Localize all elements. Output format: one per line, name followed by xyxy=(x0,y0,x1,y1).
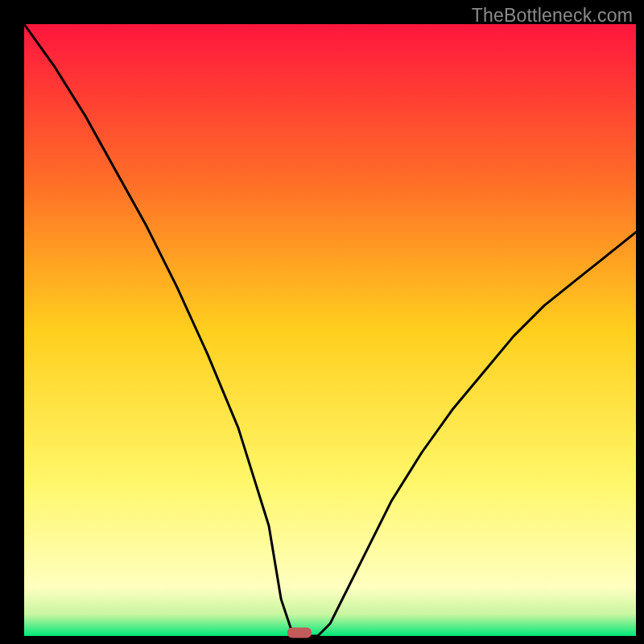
chart-gradient-background xyxy=(24,24,636,636)
optimal-marker xyxy=(287,628,312,638)
chart-svg xyxy=(0,0,644,644)
bottleneck-chart xyxy=(0,0,644,644)
watermark-text: TheBottleneck.com xyxy=(472,5,633,27)
